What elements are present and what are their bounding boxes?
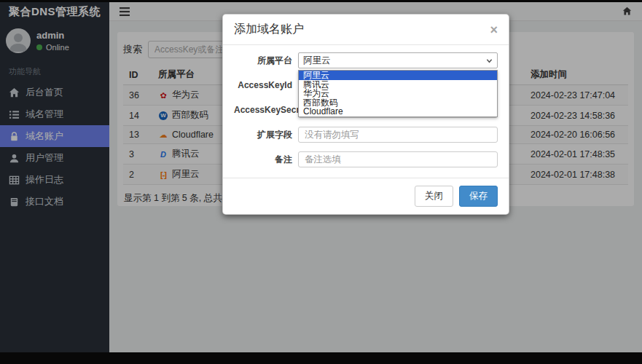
ext-field-label: 扩展字段 [234, 129, 298, 141]
remark-row: 备注 [234, 151, 498, 167]
save-button[interactable]: 保存 [459, 186, 498, 207]
platform-select[interactable]: 阿里云 [298, 52, 498, 68]
chevron-down-icon [486, 58, 493, 64]
modal-header: 添加域名账户 × [223, 15, 509, 45]
platform-options-list: 阿里云 腾讯云 华为云 西部数码 Cloudflare [298, 70, 498, 117]
option-cloudflare[interactable]: Cloudflare [299, 107, 497, 116]
remark-label: 备注 [234, 154, 298, 166]
modal-title: 添加域名账户 [234, 22, 304, 37]
ext-field-input[interactable] [298, 127, 498, 143]
close-button[interactable]: 关闭 [415, 186, 453, 207]
option-huawei[interactable]: 华为云 [299, 89, 497, 98]
access-key-secret-label: AccessKeySecret [234, 105, 298, 115]
add-account-modal: 添加域名账户 × 所属平台 阿里云 阿里云 腾讯云 华为云 西部数码 Cloud… [222, 14, 509, 215]
close-icon[interactable]: × [490, 24, 498, 36]
modal-body: 所属平台 阿里云 阿里云 腾讯云 华为云 西部数码 Cloudflare Acc… [223, 45, 509, 178]
modal-footer: 关闭 保存 [223, 178, 509, 214]
remark-input[interactable] [298, 151, 498, 167]
option-aliyun[interactable]: 阿里云 [299, 71, 497, 80]
platform-select-value: 阿里云 [303, 55, 331, 67]
platform-field-row: 所属平台 阿里云 阿里云 腾讯云 华为云 西部数码 Cloudflare [234, 52, 498, 68]
ext-field-row: 扩展字段 [234, 127, 498, 143]
access-key-id-label: AccessKeyId [234, 80, 298, 90]
platform-label: 所属平台 [234, 55, 298, 67]
